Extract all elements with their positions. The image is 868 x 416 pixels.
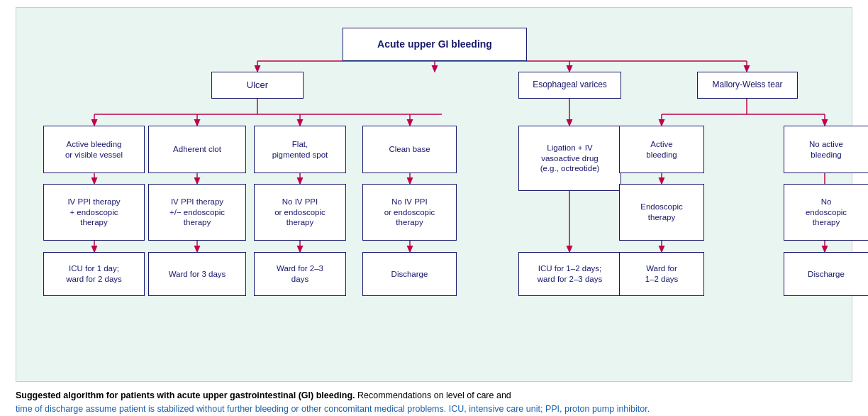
endoscopic-therapy-box: Endoscopic therapy — [619, 184, 704, 241]
caption-blue: time of discharge assume patient is stab… — [16, 404, 650, 414]
ward-2-3-box: Ward for 2–3 days — [254, 252, 346, 296]
ward-1-2-box: Ward for 1–2 days — [619, 252, 704, 296]
ulcer-box: Ulcer — [211, 72, 304, 99]
icu-1-day-box: ICU for 1 day; ward for 2 days — [43, 252, 145, 296]
mallory-box: Mallory-Weiss tear — [697, 72, 798, 99]
caption-normal: Recommendations on level of care and — [355, 390, 511, 400]
diagram-container: Acute upper GI bleeding Ulcer Esophageal… — [16, 7, 852, 382]
ward-3-box: Ward for 3 days — [148, 252, 246, 296]
iv-ppi-endo-box: IV PPI therapy + endoscopic therapy — [43, 184, 145, 241]
caption: Suggested algorithm for patients with ac… — [16, 389, 852, 416]
no-endoscopic-therapy-box: No endoscopic therapy — [784, 184, 868, 241]
active-bleeding2-box: Active bleeding — [619, 126, 704, 173]
no-active-bleeding-box: No active bleeding — [784, 126, 868, 173]
iv-ppi-endo2-box: IV PPI therapy +/− endoscopic therapy — [148, 184, 246, 241]
caption-bold: Suggested algorithm for patients with ac… — [16, 390, 355, 400]
no-iv-ppi1-box: No IV PPI or endoscopic therapy — [254, 184, 346, 241]
esophageal-box: Esophageal varices — [518, 72, 621, 99]
clean-base-box: Clean base — [362, 126, 457, 173]
ligation-box: Ligation + IV vasoactive drug (e.g., oct… — [518, 126, 621, 191]
no-iv-ppi2-box: No IV PPI or endoscopic therapy — [362, 184, 457, 241]
flowchart: Acute upper GI bleeding Ulcer Esophageal… — [23, 21, 846, 368]
adherent-clot-box: Adherent clot — [148, 126, 246, 173]
root-box: Acute upper GI bleeding — [343, 28, 527, 61]
icu-1-2-box: ICU for 1–2 days; ward for 2–3 days — [518, 252, 621, 296]
discharge1-box: Discharge — [362, 252, 457, 296]
flat-pigmented-box: Flat, pigmented spot — [254, 126, 346, 173]
active-bleeding-box: Active bleeding or visible vessel — [43, 126, 145, 173]
discharge2-box: Discharge — [784, 252, 868, 296]
